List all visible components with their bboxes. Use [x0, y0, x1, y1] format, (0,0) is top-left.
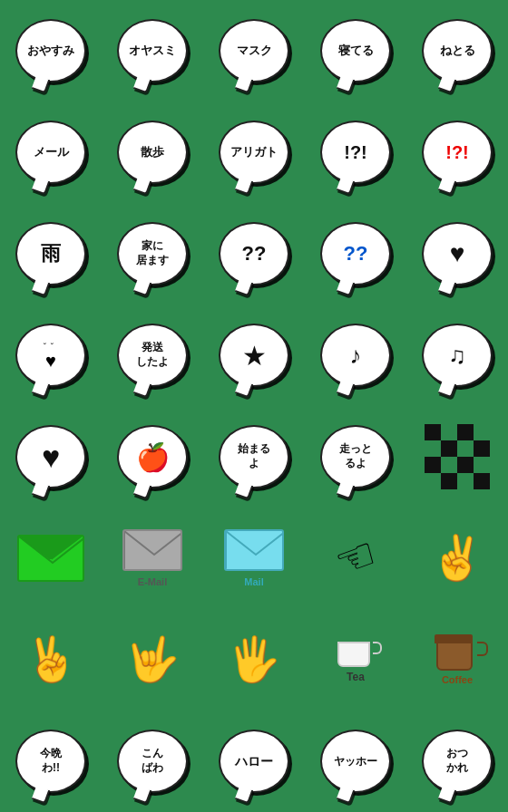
cell-r6c3: Mail [203, 508, 305, 609]
bubble-sleeping[interactable]: 寝てる [320, 19, 391, 82]
cell-r4c4: ♪ [305, 304, 406, 406]
bubble-text: ねとる [440, 44, 475, 58]
bubble-music2[interactable]: ♫ [422, 324, 493, 387]
cell-r3c4: ?? [305, 203, 406, 304]
cell-r8c2: こんばわ [102, 710, 203, 812]
check-cell [425, 424, 441, 440]
bubble-music1[interactable]: ♪ [320, 324, 391, 387]
bubble-hashiru[interactable]: 走っとるよ [320, 425, 391, 488]
hand-four-icon: 🖐️ [227, 638, 281, 682]
heart-big-icon: ♥ [42, 440, 60, 475]
cell-r6c1 [0, 508, 102, 609]
tea-label: Tea [347, 671, 365, 683]
bubble-text: !?! [445, 141, 469, 163]
bubble-mask[interactable]: マスク [219, 19, 289, 82]
cell-r4c1: ˘˘ ♥ [0, 304, 102, 406]
check-cell [457, 457, 474, 473]
bubble-konbanwa[interactable]: 今晩わ!! [15, 730, 86, 793]
check-cell [457, 473, 474, 489]
check-cell [474, 424, 490, 440]
bubble-interrobang-red[interactable]: !?! [422, 121, 493, 184]
bubble-text: ハロー [235, 754, 273, 769]
apple-icon: 🍎 [136, 441, 170, 473]
cell-r7c3: 🖐️ [203, 609, 305, 710]
cell-r1c1: おやすみ [0, 0, 102, 102]
cell-r5c3: 始まるよ [203, 406, 305, 508]
bubble-star[interactable]: ★ [219, 324, 289, 387]
cell-r7c2: 🤟 [102, 609, 203, 710]
bubble-otsukare[interactable]: おつかれ [422, 730, 493, 793]
face-eyes: ˘˘ [44, 342, 58, 351]
bubble-text: アリガト [230, 145, 278, 160]
bubble-yahoo[interactable]: ヤッホー [320, 730, 391, 793]
bubble-text: !?! [344, 141, 367, 163]
check-cell [474, 457, 490, 473]
cell-r8c1: 今晩わ!! [0, 710, 102, 812]
hand-peace-left-icon: ✌️ [24, 638, 78, 682]
tea-cup-shape [337, 636, 374, 667]
cell-r4c5: ♫ [406, 304, 508, 406]
cell-r8c4: ヤッホー [305, 710, 406, 812]
cell-r6c5: ✌️ [406, 508, 508, 609]
check-cell [441, 473, 457, 489]
bubble-text: 寝てる [338, 44, 374, 58]
music-notes-icon: ♫ [448, 342, 466, 370]
bubble-face-heart[interactable]: ˘˘ ♥ [15, 324, 86, 387]
bubble-hassou[interactable]: 発送したよ [117, 324, 188, 387]
bubble-text: メール [34, 145, 69, 160]
bubble-heart-big[interactable]: ♥ [15, 425, 86, 488]
cell-r3c5: ♥ [406, 203, 508, 304]
cell-r2c4: !?! [305, 102, 406, 203]
check-cell [441, 424, 457, 440]
cell-r8c5: おつかれ [406, 710, 508, 812]
cup-body-white [337, 642, 370, 667]
bubble-sanpo[interactable]: 散歩 [117, 121, 188, 184]
bubble-question-blue[interactable]: ?? [320, 222, 391, 285]
bubble-konbawa[interactable]: こんばわ [117, 730, 188, 793]
bubble-arigato[interactable]: アリガト [219, 121, 289, 184]
bubble-hello[interactable]: ハロー [219, 730, 289, 793]
face-heart-symbol: ♥ [45, 352, 56, 370]
bubble-home[interactable]: 家に居ます [117, 222, 188, 285]
cell-r6c2: E-Mail [102, 508, 203, 609]
check-cell [474, 440, 490, 457]
check-cell [441, 457, 457, 473]
bubble-rain[interactable]: 雨 [15, 222, 86, 285]
checkerboard-pattern [425, 424, 490, 489]
bubble-hajimaru[interactable]: 始まるよ [219, 425, 289, 488]
cell-r7c5: Coffee [406, 609, 508, 710]
mail-green-container[interactable] [17, 535, 84, 582]
bubble-apple[interactable]: 🍎 [117, 425, 188, 488]
bubble-text: マスク [237, 44, 272, 58]
hand-three-container: 🤟 [125, 638, 180, 682]
check-cell [457, 440, 474, 457]
hand-three-icon: 🤟 [125, 638, 180, 682]
bubble-question-black[interactable]: ?? [219, 222, 289, 285]
hand-peace-right-icon: ✌️ [430, 536, 484, 580]
bubble-text: オヤスミ [129, 44, 176, 58]
cup-handle-brown [477, 642, 488, 656]
hand-peace-right-container: ✌️ [430, 536, 484, 580]
mail-envelope-gray [122, 529, 182, 571]
mail-envelope-blue [224, 529, 284, 571]
bubble-text: 走っとるよ [339, 442, 372, 470]
bubble-mail[interactable]: メール [15, 121, 86, 184]
hand-peace-left-container: ✌️ [24, 638, 78, 682]
check-cell [425, 457, 441, 473]
cell-r5c5 [406, 406, 508, 508]
cell-r4c2: 発送したよ [102, 304, 203, 406]
bubble-text: ヤッホー [334, 755, 377, 768]
cell-r4c3: ★ [203, 304, 305, 406]
bubble-netoru[interactable]: ねとる [422, 19, 493, 82]
cell-r1c3: マスク [203, 0, 305, 102]
cup-handle-white [373, 642, 382, 654]
cup-body-brown [436, 642, 473, 671]
bubble-heart[interactable]: ♥ [422, 222, 493, 285]
mail-gray-container[interactable]: E-Mail [122, 529, 182, 587]
bubble-interrobang-black[interactable]: !?! [320, 121, 391, 184]
mail-envelope-green [17, 535, 84, 582]
cell-r5c4: 走っとるよ [305, 406, 406, 508]
mail-blue-container[interactable]: Mail [224, 529, 284, 587]
bubble-oyasumi-kata[interactable]: オヤスミ [117, 19, 188, 82]
bubble-oyasumi[interactable]: おやすみ [15, 19, 86, 82]
